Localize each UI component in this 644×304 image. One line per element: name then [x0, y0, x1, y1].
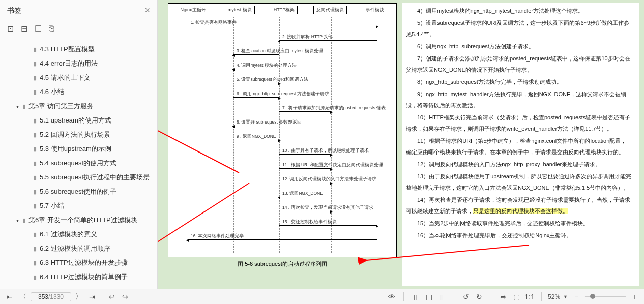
bookmark-item[interactable]: ▮5.1 upstream的使用方式 [2, 113, 155, 128]
actual-size-icon[interactable]: 1:1 [524, 291, 535, 302]
bookmark-label: 5.4 subrequest的使用方式 [40, 159, 116, 168]
sequence-message: 15 . 交还控制权给事件模块 [282, 219, 337, 224]
paragraph: 12）调用反向代理模块的入口方法ngx_http_proxy_handler来处… [406, 159, 632, 170]
bookmark-label: 4.6 小结 [40, 87, 64, 97]
paragraph: 11）根据子请求的URI（第5步中建立），检查nginx.conf文件中所有的l… [406, 135, 632, 158]
paragraph: 15）当第2步中的网络读取事件处理完毕后，交还控制权给事件模块。 [406, 218, 632, 229]
bookmark-tree: ▮4.3 HTTP配置模型▮4.4 error日志的用法▮4.5 请求的上下文▮… [0, 39, 157, 289]
bookmark-item[interactable]: ▮5.2 回调方法的执行场景 [2, 128, 155, 142]
sequence-message: 8. 设置好 subrequest 参数即返回 [237, 119, 302, 125]
zoom-out-button[interactable]: − [571, 291, 582, 302]
bookmark-item[interactable]: ▮5.4 subrequest的使用方式 [2, 156, 155, 170]
two-page-icon[interactable]: ▥ [436, 291, 448, 302]
sidebar-title: 书签 [7, 6, 21, 15]
zoom-in-button[interactable]: + [629, 291, 640, 302]
paragraph: 8）ngx_http_subrequest方法执行完毕，子请求创建成功。 [406, 76, 632, 87]
bookmark-item[interactable]: ▮5.3 使用upstream的示例 [2, 142, 155, 156]
paragraph: 6）调用ngx_http_subrequest方法创建子请求。 [406, 41, 632, 52]
bookmark-item[interactable]: ▮4.3 HTTP配置模型 [2, 42, 155, 56]
paragraph: 9）ngx_http_mytest_handler方法执行完毕，返回NGX_DO… [406, 88, 632, 111]
sequence-message: 2. 接收并解析 HTTP 头部 [282, 34, 333, 39]
bookmark-label: 5.6 subrequest使用的例子 [40, 187, 116, 196]
participant-box: mytest 模块 [225, 6, 255, 14]
bookmarks-sidebar: 书签 × ⊡ ⊟ ☐ ⎘ ▮4.3 HTTP配置模型▮4.4 error日志的用… [0, 0, 158, 289]
participant-box: 事件模块 [363, 6, 387, 14]
bookmark-label: 5.2 回调方法的执行场景 [40, 130, 110, 139]
bookmark-label: 6.3 HTTP过滤模块的开发步骤 [40, 258, 128, 267]
fit-page-icon[interactable]: ▢ [511, 291, 522, 302]
prev-page-button[interactable]: 〈 [17, 291, 28, 302]
sequence-message: 14 . 再次检查，发现当前请求没有其他子请求 [282, 205, 373, 210]
forward-button[interactable]: ↪ [120, 291, 131, 302]
participant-box: HTTP框架 [271, 6, 298, 14]
bookmark-item[interactable]: ▮6.2 过滤模块的调用顺序 [2, 241, 155, 256]
bookmark-item[interactable]: ▮4.5 请求的上下文 [2, 71, 155, 85]
sequence-diagram: Nginx主循环mytest 模块HTTP框架反向代理模块事件模块 1. 检查是… [168, 3, 397, 257]
participant-box: Nginx主循环 [178, 6, 209, 14]
sequence-message: 10 . 由于具有子请求，所以继续处理子请求 [282, 148, 369, 153]
continuous-icon[interactable]: ▤ [423, 291, 434, 302]
figure-caption: 图 5-6 subrequest的启动过程序列图 [168, 260, 397, 268]
first-page-button[interactable]: ⇤ [4, 291, 15, 302]
fit-width-icon[interactable]: ⇔ [497, 291, 509, 302]
bottom-toolbar: ⇤ 〈 353/1330 〉 ⇥ ↩ ↪ 👁 ▯ ▤ ▥ ↺ ↻ ⇔ ▢ 1:1… [0, 289, 644, 304]
participant-box: 反向代理模块 [313, 6, 347, 14]
single-page-icon[interactable]: ▯ [410, 291, 421, 302]
zoom-value: 52% [548, 293, 560, 300]
sequence-message: 6 . 调用 ngx_http_sub_request 方法创建子请求 [237, 91, 329, 96]
add-bookmark-icon[interactable]: ☐ [35, 24, 42, 34]
bookmark-icon[interactable]: ⎘ [49, 24, 54, 34]
read-mode-icon[interactable]: 👁 [386, 291, 397, 302]
sequence-message: 16. 本次网络事件处理完毕 [191, 233, 244, 238]
bookmark-label: 6.1 过滤模块的意义 [40, 230, 97, 239]
expand-all-icon[interactable]: ⊡ [7, 24, 14, 34]
collapse-all-icon[interactable]: ⊟ [21, 24, 27, 34]
bookmark-label: 4.4 error日志的用法 [40, 59, 98, 68]
rotate-left-icon[interactable]: ↺ [460, 291, 472, 302]
document-text: 4）调用mytest模块的ngx_http_mytest_handler方法处理… [402, 3, 639, 286]
bookmark-label: 6.2 过滤模块的调用顺序 [40, 244, 110, 253]
back-button[interactable]: ↩ [106, 291, 118, 302]
paragraph: 13）由于反向代理模块使用了upstream机制，所以它也要通过许多次的异步调用… [406, 171, 632, 193]
bookmark-item[interactable]: ▮5.7 小结 [2, 199, 155, 213]
paragraph: 4）调用mytest模块的ngx_http_mytest_handler方法处理… [406, 5, 632, 16]
paragraph: 7）创建的子请求会添加到原始请求的posted_requests链表中，这样保证… [406, 53, 632, 75]
bookmark-label: 第5章 访问第三方服务 [28, 102, 94, 111]
rotate-right-icon[interactable]: ↻ [474, 291, 485, 302]
highlighted-text: 只是这里的反向代理模块不会这样做。 [473, 208, 568, 214]
sidebar-toolbar: ⊡ ⊟ ☐ ⎘ [0, 21, 157, 39]
bookmark-label: 5.7 小结 [40, 201, 64, 210]
paragraph: 10）HTTP框架执行完当前请求（父请求）后，检查posted_requests… [406, 112, 632, 134]
last-page-button[interactable]: ⇥ [86, 291, 98, 302]
close-icon[interactable]: × [144, 5, 150, 16]
bookmark-item[interactable]: ▮6.1 过滤模块的意义 [2, 227, 155, 241]
bookmark-item[interactable]: ▮4.4 error日志的用法 [2, 56, 155, 71]
bookmark-item[interactable]: ▾▮第6章 开发一个简单的HTTP过滤模块 [2, 213, 155, 227]
bookmark-item[interactable]: ▾▮第5章 访问第三方服务 [2, 99, 155, 113]
chevron-down-icon[interactable]: ▼ [563, 294, 568, 299]
sequence-message: 7 . 将子请求添加到原始请求的posted_requests 链表 [282, 105, 386, 110]
sequence-message: 13. 返回NGX_DONE [282, 191, 323, 196]
sequence-message: 9 . 返回NGX_DONE [237, 134, 276, 139]
bookmark-item[interactable]: ▮5.6 subrequest使用的例子 [2, 185, 155, 199]
sequence-message: 5. 设置subrequest 的URI和回调方法 [237, 77, 308, 82]
page-number-input[interactable]: 353/1330 [31, 292, 71, 301]
bookmark-label: 第6章 开发一个简单的HTTP过滤模块 [28, 216, 137, 225]
bookmark-item[interactable]: ▮5.5 subrequest执行过程中的主要场景 [2, 170, 155, 185]
paragraph: 5）设置subrequest子请求的URI及回调方法，这一步以及下面的第6~9步… [406, 17, 632, 40]
bookmark-label: 5.1 upstream的使用方式 [40, 116, 111, 125]
bookmark-item[interactable]: ▮6.3 HTTP过滤模块的开发步骤 [2, 256, 155, 270]
bookmark-item[interactable]: ▮4.6 小结 [2, 85, 155, 99]
bookmark-label: 5.3 使用upstream的示例 [40, 144, 111, 154]
document-view: Nginx主循环mytest 模块HTTP框架反向代理模块事件模块 1. 检查是… [158, 0, 644, 289]
zoom-slider[interactable] [585, 296, 626, 297]
paragraph: 14）再次检查是否还有子请求，这时会发现已经没有子请求需要执行了。当然，子请求可… [406, 194, 632, 217]
bookmark-label: 6.4 HTTP过滤模块的简单例子 [40, 272, 128, 282]
sequence-message: 4. 调用mytest 模块的处理方法 [237, 63, 297, 68]
sequence-message: 3. 检查location 时发现应由 mytest 模块处理 [237, 48, 323, 53]
next-page-button[interactable]: 〉 [73, 291, 84, 302]
paragraph: 16）当本轮网络事件处理完毕后，交还控制权给Nginx主循环。 [406, 230, 632, 241]
bookmark-item[interactable]: ▮6.4 HTTP过滤模块的简单例子 [2, 270, 155, 284]
sequence-message: 12. 调用反向代理模块的入口方法来处理子请求 [282, 176, 376, 181]
sequence-message: 1. 检查是否有网络事件 [191, 20, 237, 25]
